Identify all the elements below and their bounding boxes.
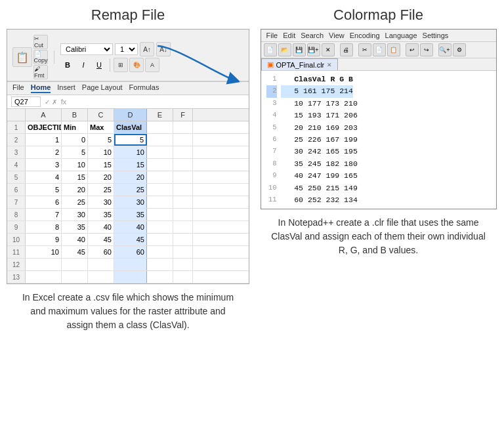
cell-7-F[interactable]: [173, 196, 193, 208]
np-copy-btn[interactable]: 📄: [373, 43, 386, 56]
np-menu-settings[interactable]: Settings: [423, 32, 449, 39]
cell-9-A[interactable]: 8: [26, 221, 62, 233]
cell-6-C[interactable]: 25: [88, 184, 114, 196]
cell-1-F[interactable]: [173, 121, 193, 133]
cell-12-E[interactable]: [147, 259, 173, 270]
cell-10-A[interactable]: 9: [26, 234, 62, 245]
np-menu-encoding[interactable]: Encoding: [350, 32, 380, 39]
cell-13-B[interactable]: [62, 271, 88, 283]
cell-5-C[interactable]: 20: [88, 171, 114, 183]
menu-file[interactable]: File: [12, 83, 24, 93]
cell-7-E[interactable]: [147, 196, 173, 208]
menu-home[interactable]: Home: [31, 83, 51, 93]
underline-btn[interactable]: U: [92, 58, 106, 72]
cell-2-F[interactable]: [173, 134, 193, 146]
cell-3-B[interactable]: 5: [62, 146, 88, 158]
np-undo-btn[interactable]: ↩: [406, 43, 419, 56]
np-close-btn[interactable]: ✕: [322, 43, 335, 56]
cell-10-E[interactable]: [147, 234, 173, 245]
cell-6-B[interactable]: 20: [62, 184, 88, 196]
cell-11-D[interactable]: 60: [114, 246, 147, 258]
np-save-all-btn[interactable]: 💾+: [307, 43, 320, 56]
cell-7-A[interactable]: 6: [26, 196, 62, 208]
np-save-btn[interactable]: 💾: [293, 43, 306, 56]
np-macro-btn[interactable]: ⚙: [453, 43, 466, 56]
col-header-C[interactable]: C: [88, 109, 114, 121]
copy-btn[interactable]: 📄 Copy: [33, 50, 48, 64]
decrease-font-btn[interactable]: A↓: [156, 42, 171, 56]
cell-8-B[interactable]: 30: [62, 209, 88, 220]
cell-8-E[interactable]: [147, 209, 173, 220]
cell-9-E[interactable]: [147, 221, 173, 233]
cell-10-C[interactable]: 45: [88, 234, 114, 245]
menu-formulas[interactable]: Formulas: [129, 83, 159, 93]
cell-8-C[interactable]: 35: [88, 209, 114, 220]
np-menu-file[interactable]: File: [266, 32, 278, 39]
cell-12-B[interactable]: [62, 259, 88, 270]
cell-1-E[interactable]: [147, 121, 173, 133]
cell-10-B[interactable]: 40: [62, 234, 88, 245]
cell-3-E[interactable]: [147, 146, 173, 158]
np-cut-btn[interactable]: ✂: [358, 43, 371, 56]
cell-11-E[interactable]: [147, 246, 173, 258]
paste-btn[interactable]: 📋: [12, 47, 32, 67]
cell-2-D[interactable]: 5: [114, 134, 147, 146]
cell-2-E[interactable]: [147, 134, 173, 146]
increase-font-btn[interactable]: A↑: [140, 42, 154, 56]
cell-10-D[interactable]: 45: [114, 234, 147, 245]
font-size-selector[interactable]: 11: [115, 43, 138, 55]
cell-11-B[interactable]: 45: [62, 246, 88, 258]
cell-4-C[interactable]: 15: [88, 159, 114, 171]
np-new-btn[interactable]: 📄: [264, 43, 277, 56]
col-header-B[interactable]: B: [62, 109, 88, 121]
cell-9-F[interactable]: [173, 221, 193, 233]
np-zoom-in-btn[interactable]: 🔍+: [438, 43, 452, 56]
cell-4-D[interactable]: 15: [114, 159, 147, 171]
cell-2-C[interactable]: 5: [88, 134, 114, 146]
formula-input[interactable]: [70, 98, 245, 106]
np-redo-btn[interactable]: ↪: [420, 43, 433, 56]
np-paste-btn[interactable]: 📋: [387, 43, 400, 56]
cell-3-F[interactable]: [173, 146, 193, 158]
np-menu-edit[interactable]: Edit: [283, 32, 295, 39]
cell-2-A[interactable]: 1: [26, 134, 62, 146]
np-file-tab[interactable]: ▣ OPTA_Final.clr ✕: [261, 58, 339, 70]
col-header-E[interactable]: E: [147, 109, 173, 121]
menu-insert[interactable]: Insert: [57, 83, 75, 93]
cell-11-F[interactable]: [173, 246, 193, 258]
cell-11-A[interactable]: 10: [26, 246, 62, 258]
cell-11-C[interactable]: 60: [88, 246, 114, 258]
cell-1-D[interactable]: ClasVal: [114, 121, 147, 133]
cell-13-E[interactable]: [147, 271, 173, 283]
np-print-btn[interactable]: 🖨: [340, 43, 353, 56]
cell-10-F[interactable]: [173, 234, 193, 245]
bold-btn[interactable]: B: [60, 58, 75, 72]
cell-1-B[interactable]: Min: [62, 121, 88, 133]
np-menu-language[interactable]: Language: [385, 32, 417, 39]
col-header-F[interactable]: F: [173, 109, 193, 121]
cell-4-E[interactable]: [147, 159, 173, 171]
cell-6-D[interactable]: 25: [114, 184, 147, 196]
cell-5-A[interactable]: 4: [26, 171, 62, 183]
cell-9-D[interactable]: 40: [114, 221, 147, 233]
cell-2-B[interactable]: 0: [62, 134, 88, 146]
np-open-btn[interactable]: 📂: [278, 43, 291, 56]
cell-7-B[interactable]: 25: [62, 196, 88, 208]
cell-1-A[interactable]: OBJECTID: [26, 121, 62, 133]
borders-btn[interactable]: ⊞: [114, 58, 128, 72]
cell-8-F[interactable]: [173, 209, 193, 220]
cell-13-A[interactable]: [26, 271, 62, 283]
cell-7-C[interactable]: 30: [88, 196, 114, 208]
cell-3-C[interactable]: 10: [88, 146, 114, 158]
cell-4-F[interactable]: [173, 159, 193, 171]
cell-13-D[interactable]: [114, 271, 147, 283]
cell-9-B[interactable]: 35: [62, 221, 88, 233]
cell-6-E[interactable]: [147, 184, 173, 196]
np-menu-search[interactable]: Search: [301, 32, 324, 39]
cell-3-D[interactable]: 10: [114, 146, 147, 158]
cell-4-A[interactable]: 3: [26, 159, 62, 171]
font-color-btn[interactable]: A: [145, 58, 159, 72]
np-tab-close[interactable]: ✕: [327, 62, 332, 68]
cell-1-C[interactable]: Max: [88, 121, 114, 133]
cell-5-F[interactable]: [173, 171, 193, 183]
